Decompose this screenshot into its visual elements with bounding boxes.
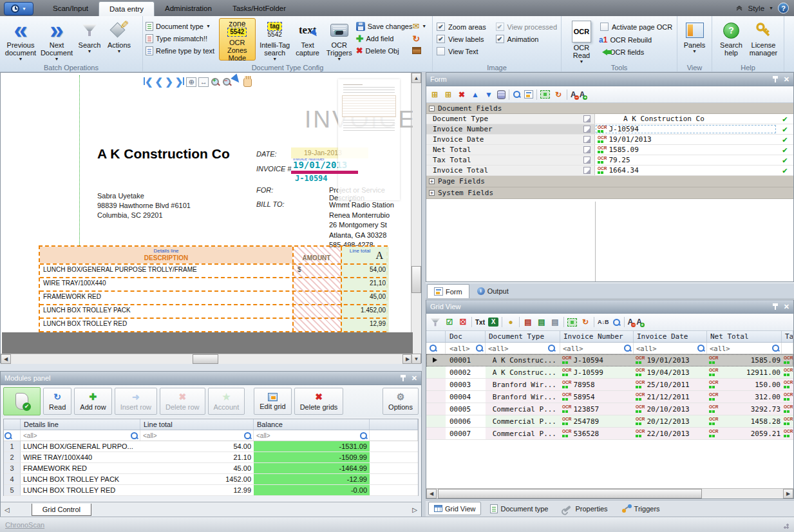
close-icon[interactable]: ✕ [784, 303, 789, 310]
refresh-icon[interactable]: ↻ [580, 318, 591, 327]
close-icon[interactable]: ✕ [784, 76, 789, 83]
field-row-invoice-date[interactable]: Invoice Date OCR 19/01/2013 ✔ [426, 135, 793, 145]
column-header[interactable]: Invoice Date [634, 331, 707, 342]
tab-scan-input[interactable]: Scan/Input [43, 1, 99, 16]
properties-icon[interactable] [524, 90, 533, 99]
filter-cell[interactable]: <all> [486, 343, 560, 354]
tab-grid-view[interactable]: Grid View [428, 502, 481, 515]
tab-data-entry[interactable]: Data entry [99, 1, 155, 16]
column-header[interactable]: Details line [21, 419, 140, 430]
search-help-button[interactable]: ? Search help [716, 18, 747, 58]
delete-record-icon[interactable]: ✖ [457, 90, 467, 99]
prev-page-icon[interactable]: ❮ [155, 77, 164, 87]
account-button[interactable]: ★ Account [208, 388, 245, 415]
save-changes-button[interactable]: Save changes [356, 21, 413, 32]
tab-scroll-left-icon[interactable]: ◁ [1, 506, 14, 513]
table-row[interactable]: 00005 Commercial P... OCR123857 OCR20/10… [426, 403, 793, 415]
table-row[interactable]: 00003 Branford Wir... OCR78958 OCR25/10/… [426, 379, 793, 391]
field-row-tax-total[interactable]: Tax Total OCR 79.25 ✔ [426, 155, 793, 166]
expand-icon[interactable]: + [429, 178, 435, 184]
sort-ab-icon[interactable]: A↓B [598, 319, 609, 325]
zoom-areas-checkbox[interactable]: ✔ Zoom areas [437, 22, 493, 32]
fit-width-icon[interactable]: ↔ [198, 77, 209, 87]
invalidate-doc-icon[interactable]: ☒ [458, 318, 468, 327]
document-page[interactable]: INVOICE A K Construction Co Sabra Uyetak… [2, 73, 413, 332]
next-document-button[interactable]: » Next Document ▼ [39, 18, 75, 62]
column-header[interactable]: Balance [254, 419, 370, 430]
column-header[interactable]: Ta [782, 331, 793, 342]
pin-icon[interactable] [772, 76, 779, 82]
options-button[interactable]: ⚙ Options [383, 388, 419, 415]
ocr-zones-mode-button[interactable]: zone 5542 OCR Zones Mode [219, 18, 256, 61]
font-decrease-icon[interactable]: A− [571, 90, 576, 99]
ocr-read-button[interactable]: OCR OCR Read ▼ [564, 18, 599, 65]
edit-grid-button[interactable]: Edit grid [254, 388, 291, 415]
font-increase-icon[interactable]: A+ [636, 318, 642, 327]
activate-page-ocr-checkbox[interactable]: Activate page OCR [600, 22, 672, 32]
list-item[interactable]: 3 FRAMEWORK RED 45.00 -1464.99 [4, 463, 418, 474]
pin-icon[interactable] [772, 303, 779, 310]
last-page-icon[interactable]: ❯ [175, 77, 185, 87]
filter-cell[interactable]: <all> [254, 430, 370, 441]
close-icon[interactable]: ✕ [411, 375, 417, 382]
tab-tasks-hotfolder[interactable]: Tasks/HotFolder [222, 1, 296, 16]
first-page-icon[interactable]: ❮ [144, 77, 153, 87]
zones-icon[interactable] [567, 318, 577, 327]
page-thumbnail[interactable] [338, 79, 400, 200]
view-labels-checkbox[interactable]: ✔ View labels [437, 34, 493, 44]
intellitag-search-button[interactable]: tag 5542 Intelli-Tag search ▼ [257, 18, 292, 62]
move-down-icon[interactable]: ▼ [484, 90, 494, 99]
refresh-icon[interactable]: ↻ [553, 90, 563, 99]
insert-row-button[interactable]: ➜ Insert row [115, 388, 157, 415]
find-icon[interactable] [513, 90, 521, 99]
pin-icon[interactable] [400, 375, 406, 381]
chevron-down-icon[interactable]: ▼ [769, 6, 773, 10]
help-button[interactable]: ? [778, 3, 789, 14]
column-header[interactable]: Doc [446, 331, 486, 342]
panels-button[interactable]: Panels ▼ [680, 18, 709, 55]
actions-button[interactable]: Actions ▼ [104, 18, 134, 55]
reload-template-button[interactable]: ↻ [412, 33, 430, 44]
field-value[interactable]: OCR 1585.09 [595, 145, 777, 155]
invoice-line-items-zone[interactable]: Details line DESCRIPTION AMOUNT Line tot… [39, 245, 388, 332]
group-page-fields[interactable]: + Page Fields [426, 176, 793, 187]
add-record-icon[interactable]: ⊞ [430, 90, 440, 99]
text-capture-button[interactable]: text Text capture [292, 18, 323, 58]
ocr-rebuild-button[interactable]: a1 OCR Rebuild [599, 34, 674, 45]
tab-document-type[interactable]: Document type [485, 502, 553, 515]
field-row-net-total[interactable]: Net Total OCR 1585.09 ✔ [426, 145, 793, 155]
app-menu-button[interactable]: ▼ [4, 2, 33, 15]
field-value[interactable]: OCR 19/01/2013 [595, 135, 777, 144]
disc-icon[interactable]: ● [506, 318, 516, 327]
table-row[interactable]: 00007 Commercial P... OCR536528 OCR22/10… [426, 428, 793, 440]
field-value[interactable]: OCR 1664.34 [595, 166, 777, 175]
collapse-icon[interactable]: − [429, 106, 435, 111]
table-row[interactable]: 00004 Branford Wir... OCR58954 OCR21/12/… [426, 391, 793, 403]
filter-cell[interactable]: <all> [446, 343, 486, 354]
report-plain-icon[interactable]: ▤ [550, 318, 560, 327]
note-icon[interactable] [583, 136, 591, 143]
table-row[interactable]: 00006 Commercial P... OCR254789 OCR20/12… [426, 415, 793, 428]
field-row-invoice-total[interactable]: Invoice Total OCR 1664.34 ✔ [426, 166, 793, 176]
filter-clear-icon[interactable] [430, 318, 440, 327]
license-manager-button[interactable]: License manager [747, 18, 780, 58]
type-mismatch-button[interactable]: Type mismatch!! [146, 33, 218, 44]
txt-export-icon[interactable]: Txt [475, 319, 485, 326]
animation-checkbox[interactable]: ✔ Animation [496, 34, 557, 44]
column-header[interactable]: Document Type [486, 331, 560, 342]
report-red-icon[interactable]: ▤ [523, 318, 533, 327]
search-icon[interactable] [4, 432, 12, 440]
group-document-fields[interactable]: − Document Fields [426, 103, 793, 114]
column-header[interactable]: Invoice Number [560, 331, 634, 342]
tab-triggers[interactable]: Triggers [617, 502, 665, 515]
group-system-fields[interactable]: + System Fields [426, 187, 793, 199]
document-type-button[interactable]: Document type ▼ [146, 21, 218, 32]
collapse-ribbon-icon[interactable] [735, 6, 743, 11]
note-icon[interactable] [583, 115, 591, 122]
list-item[interactable]: 2 WIRE TRAY/100X440 21.10 -1509.99 [4, 452, 418, 463]
field-value[interactable]: OCR J-10594 [595, 124, 777, 134]
field-row-document-type[interactable]: Document Type OCR A K Construction Co ✔ [426, 114, 793, 124]
delete-obj-button[interactable]: ✖ Delete Obj [356, 45, 413, 56]
search-icon[interactable] [429, 344, 437, 352]
filter-cell[interactable]: <all> [634, 343, 707, 354]
